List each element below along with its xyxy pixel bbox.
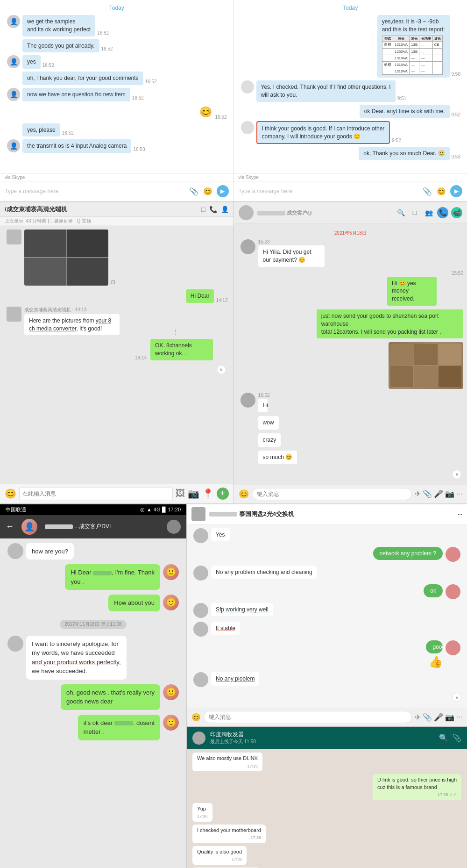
table-row: We also mostly use DLiNK 17:25 <box>192 753 461 771</box>
avatar <box>241 239 255 254</box>
message-bubble: D link is good. so thier price is highcu… <box>373 774 461 800</box>
message-input[interactable] <box>204 711 412 723</box>
attach-icon[interactable]: 📎 <box>422 186 432 196</box>
message-time: 16:52 <box>145 79 157 84</box>
table-row: Yes. I checked. Thank you! If I find oth… <box>239 80 463 102</box>
table-row: oh, Thank you dear, for your good commen… <box>5 72 229 85</box>
table-row: Quality is also good 17:36 <box>192 846 461 865</box>
network-icon: 4G <box>154 507 161 512</box>
table-row: No any problem checking and cleaning <box>191 566 463 581</box>
message-bubble: No any problem checking and cleaning <box>211 566 317 579</box>
message-time: 14:13 <box>216 298 227 303</box>
attach-icon[interactable]: 📎 <box>423 713 432 722</box>
search-icon[interactable]: 🔍 <box>439 733 448 742</box>
message-bubble: Quality is also good 17:36 <box>192 846 247 865</box>
table-row: The goods you got already. 16:52 <box>5 39 229 53</box>
message-bubble: Yup 17:36 <box>192 803 212 822</box>
table-row: I want to sincerely apologize, formy wor… <box>5 636 182 680</box>
scroll-indicator: ∨ <box>4 364 230 366</box>
table-row: 14:14 OK. 8channels working ok. . <box>4 339 230 360</box>
add-button[interactable]: + <box>217 488 229 500</box>
chat-input-bar: Type a message here 📎 😊 ▶ <box>234 181 467 201</box>
table-row: 9:50 yes,dear. it is -3 ~ -9db and this … <box>239 15 463 78</box>
camera-icon[interactable]: 📷 <box>445 489 454 498</box>
back-button[interactable]: ← <box>6 522 14 531</box>
message-time: 17:36 <box>197 813 208 819</box>
message-bubble: Yes <box>211 528 230 542</box>
scroll-down-button[interactable]: ∨ <box>452 693 461 702</box>
more-icon[interactable]: ⋮ <box>173 329 178 335</box>
message-time: 17:36 <box>197 835 261 841</box>
message-input[interactable] <box>252 488 412 500</box>
avatar: 👤 <box>7 15 20 28</box>
table-row: 👤 the transmit os is 4 input Analog came… <box>5 139 229 153</box>
camera-icon[interactable]: 📷 <box>445 713 454 722</box>
message-bubble: ok, Thank you so much Dear. 🙂 <box>359 147 449 160</box>
message-bubble: Here are the pictures from your 8 ch med… <box>24 314 120 336</box>
video-icon-btn[interactable]: □ <box>409 207 420 218</box>
emoji-icon[interactable]: 😊 <box>5 488 16 499</box>
table-row: 👤 now we have one question fro new item … <box>5 88 229 101</box>
phone-icon-btn[interactable]: 📞 <box>437 207 448 218</box>
table-row: I think your goods is good. If I can int… <box>239 121 463 144</box>
attach-icon[interactable]: 📎 <box>452 733 461 742</box>
more-icon[interactable]: ··· <box>458 511 462 517</box>
avatar: 🙂 <box>163 715 179 731</box>
image-icon[interactable]: 🖼 <box>176 488 185 499</box>
expand-icon[interactable]: ⊙ <box>110 278 116 286</box>
mic-icon[interactable]: 🎤 <box>434 713 443 722</box>
more-icon[interactable]: ··· <box>456 490 462 498</box>
top-left-chat: Today 👤 we get the samples and its ok wo… <box>0 0 234 201</box>
table-row: No any ploblem <box>191 672 463 687</box>
table-row: Yup 17:36 <box>192 803 461 822</box>
table-row: good 👍 <box>191 640 463 669</box>
avatar <box>7 307 21 322</box>
video-icon[interactable]: □ <box>201 206 205 213</box>
send-button[interactable]: ▶ <box>450 185 462 197</box>
report-table: 型式波长发光光功率波长 多模1310VA13B—CE 1250VA13B— 13… <box>382 36 443 75</box>
message-time: 9:53 <box>452 154 460 159</box>
message-time: 9:52 <box>392 138 401 143</box>
location-icon[interactable]: 📍 <box>202 488 214 499</box>
top-right-date: Today <box>239 5 463 11</box>
send-button[interactable]: ▶ <box>217 185 229 197</box>
message-input[interactable] <box>19 487 173 500</box>
table-row: how are you? <box>5 543 182 560</box>
emoji-icon[interactable]: 😊 <box>191 713 201 722</box>
avatar <box>446 584 460 599</box>
send-icon[interactable]: ✈ <box>415 489 421 498</box>
avatar <box>446 640 460 655</box>
wechat-input-bar: 😊 🖼 📷 📍 + <box>0 484 234 503</box>
attach-icon[interactable]: 📎 <box>189 186 199 196</box>
contact-name: 成交客户@ <box>257 209 312 216</box>
table-row: 🙂 Hi Dear , I'm fine. Thankyou . <box>5 564 182 590</box>
wechat-right-input-bar: 😊 ✈ 📎 🎤 📷 ··· <box>234 485 467 503</box>
message-time: 16:52 <box>62 130 74 136</box>
search-icon-btn[interactable]: 🔍 <box>395 207 406 218</box>
video-call-icon-btn[interactable]: 📹 <box>451 207 462 218</box>
add-person-icon-btn[interactable]: 👥 <box>423 207 434 218</box>
camera-image <box>24 230 108 286</box>
message-bubble: yes, please <box>22 123 60 137</box>
emoji-icon[interactable]: 😊 <box>239 489 249 499</box>
attach-icon[interactable]: 📎 <box>423 489 432 498</box>
scroll-down-button[interactable]: ∨ <box>452 470 461 479</box>
whatsapp-chat-panel: 印度洵收发器 最后上线于今天 11:50 🔍 📎 We also mostly … <box>187 727 467 868</box>
mic-icon[interactable]: 🎤 <box>434 489 443 498</box>
profile-icon[interactable]: 👤 <box>221 206 229 213</box>
more-icon[interactable]: ··· <box>456 713 462 721</box>
emoji-icon[interactable]: 😊 <box>436 186 446 196</box>
wifi-icon: ◎ <box>140 507 145 513</box>
table-row: D link is good. so thier price is highcu… <box>192 774 461 800</box>
table-row: I checked your motherboard 17:36 <box>192 825 461 843</box>
phone-icon[interactable]: 📞 <box>209 206 217 213</box>
message-bubble: I checked your motherboard 17:36 <box>192 825 266 843</box>
send-icon[interactable]: ✈ <box>415 713 421 722</box>
wechat-header-icons: □ 📞 👤 <box>201 206 228 213</box>
message-bubble: 😊 <box>198 104 213 121</box>
input-placeholder: Type a message here <box>239 188 419 194</box>
scroll-down-button[interactable]: ∨ <box>217 365 226 374</box>
avatar: 🙂 <box>163 595 179 610</box>
camera-icon[interactable]: 📷 <box>188 488 199 499</box>
emoji-icon[interactable]: 😊 <box>203 186 213 196</box>
